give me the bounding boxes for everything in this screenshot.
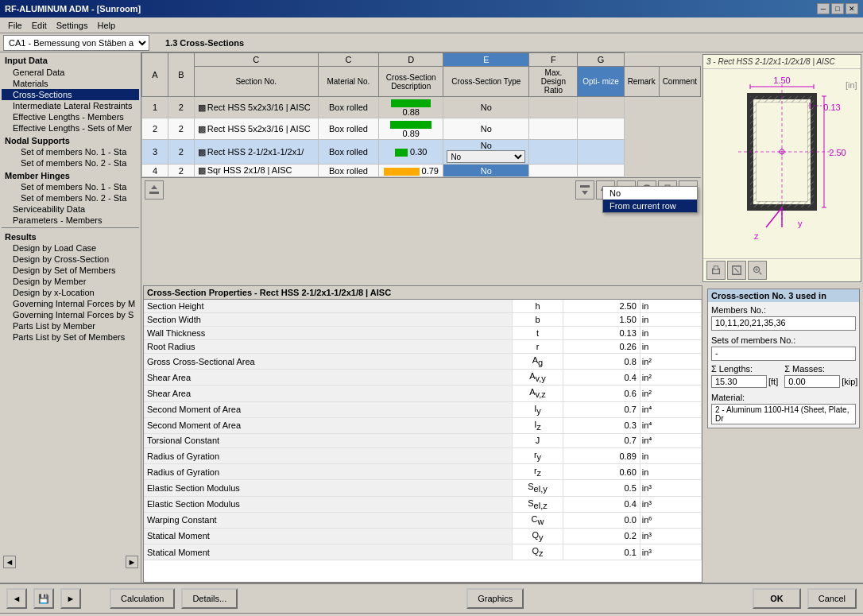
cell-description[interactable]: ▩Rect HSS 5x2x3/16 | AISC	[194, 97, 318, 118]
menu-help[interactable]: Help	[92, 19, 120, 32]
cancel-button[interactable]: Cancel	[807, 588, 857, 609]
maximize-button[interactable]: □	[831, 3, 844, 14]
sidebar-item-intermediate-lateral[interactable]: Intermediate Lateral Restraints	[2, 100, 139, 111]
cell-ratio: 0.89	[379, 118, 443, 140]
sidebar-item-parameters[interactable]: Parameters - Members	[2, 215, 139, 226]
sidebar-input-header: Input Data	[2, 54, 139, 67]
export-cross-section-button[interactable]	[575, 180, 594, 200]
sidebar-item-set-members-1[interactable]: Set of members No. 1 - Sta	[2, 146, 139, 157]
prop-symbol: b	[512, 313, 563, 327]
cell-remark[interactable]	[529, 118, 578, 140]
prop-name: Statical Moment	[144, 544, 512, 560]
optimize-option-from-current[interactable]: From current row	[603, 200, 697, 212]
sidebar-item-design-x-location[interactable]: Design by x-Location	[2, 287, 139, 298]
status-bar: Cross-section No. 3 - Rect HSS 2-1/2x1-1…	[0, 613, 863, 616]
nav-save-button[interactable]: 💾	[33, 588, 54, 609]
cell-description[interactable]: ▩Rect HSS 5x2x3/16 | AISC	[194, 118, 318, 140]
menu-settings[interactable]: Settings	[52, 19, 93, 32]
cs-print-button[interactable]	[706, 261, 726, 280]
cell-remark[interactable]	[529, 140, 578, 165]
menu-file[interactable]: File	[3, 19, 27, 32]
cell-optimize[interactable]: No	[443, 118, 529, 140]
table-row[interactable]: 3 2 ▩Rect HSS 2-1/2x1-1/2x1/ Box rolled …	[142, 140, 701, 165]
sidebar-item-effective-lengths-sets[interactable]: Effective Lengths - Sets of Mer	[2, 122, 139, 134]
prop-name: Root Radius	[144, 340, 512, 354]
sidebar-item-general-data[interactable]: General Data	[2, 67, 139, 78]
title-bar: RF-ALUMINUM ADM - [Sunroom] ─ □ ✕	[0, 0, 863, 17]
svg-rect-2	[580, 185, 590, 188]
sidebar-item-member-hinges-2[interactable]: Set of members No. 2 - Sta	[2, 192, 139, 203]
nav-next-button[interactable]: ►	[60, 588, 81, 609]
sidebar-scroll-right[interactable]: ►	[126, 556, 138, 568]
close-button[interactable]: ✕	[846, 3, 858, 14]
cell-description[interactable]: ▩Sqr HSS 2x1/8 | AISC	[194, 165, 318, 177]
sidebar-item-design-member[interactable]: Design by Member	[2, 276, 139, 287]
optimize-option-no[interactable]: No	[603, 187, 697, 200]
prop-unit: in²	[640, 385, 701, 401]
cell-ratio: 0.79	[379, 165, 443, 177]
masses-unit: [kip]	[842, 377, 857, 386]
minimize-button[interactable]: ─	[817, 3, 830, 14]
sidebar-item-parts-list-member[interactable]: Parts List by Member	[2, 320, 139, 331]
prop-name: Section Width	[144, 313, 512, 327]
svg-text:0.13: 0.13	[823, 103, 840, 112]
sidebar-item-design-load-case[interactable]: Design by Load Case	[2, 242, 139, 254]
prop-name: Shear Area	[144, 370, 512, 385]
nav-prev-button[interactable]: ◄	[6, 588, 27, 609]
prop-row: Section Height h 2.50 in	[144, 300, 702, 313]
graphics-button[interactable]: Graphics	[466, 588, 524, 609]
cs-reset-button[interactable]	[727, 261, 746, 280]
sidebar-item-governing-internal-m[interactable]: Governing Internal Forces by M	[2, 298, 139, 309]
cell-optimize[interactable]: No	[443, 97, 529, 118]
sidebar-item-cross-sections[interactable]: Cross-Sections	[2, 89, 139, 100]
sidebar-item-member-hinges-1[interactable]: Set of members No. 1 - Sta	[2, 181, 139, 192]
table-row[interactable]: 1 2 ▩Rect HSS 5x2x3/16 | AISC Box rolled…	[142, 97, 701, 118]
prop-row: Section Width b 1.50 in	[144, 313, 702, 327]
cell-comment[interactable]	[578, 97, 624, 118]
sidebar-item-governing-internal-s[interactable]: Governing Internal Forces by S	[2, 309, 139, 320]
sidebar-item-set-members-2[interactable]: Set of members No. 2 - Sta	[2, 157, 139, 169]
col-subheader-optimize: Opti- mize	[578, 67, 624, 97]
menu-edit[interactable]: Edit	[27, 19, 52, 32]
cell-type: Box rolled	[318, 118, 378, 140]
prop-symbol: Av,y	[512, 370, 563, 385]
col-subheader-ratio: Max. Design Ratio	[529, 67, 578, 97]
cell-optimize[interactable]: No No From current row	[443, 140, 529, 165]
calculation-button[interactable]: Calculation	[110, 588, 175, 609]
ok-button[interactable]: OK	[753, 588, 801, 609]
svg-line-46	[760, 273, 762, 275]
prop-value: 0.13	[563, 327, 640, 340]
table-row[interactable]: 2 2 ▩Rect HSS 5x2x3/16 | AISC Box rolled…	[142, 118, 701, 140]
sidebar-item-parts-list-sets[interactable]: Parts List by Set of Members	[2, 331, 139, 343]
prop-row: Root Radius r 0.26 in	[144, 340, 702, 354]
cell-comment[interactable]	[578, 118, 624, 140]
lengths-label: Σ Lengths:	[711, 364, 778, 374]
sidebar-item-serviceability[interactable]: Serviceability Data	[2, 203, 139, 215]
svg-marker-1	[151, 185, 157, 189]
cell-comment[interactable]	[578, 165, 624, 177]
prop-row: Second Moment of Area Iy 0.7 in⁴	[144, 401, 702, 417]
case-selector[interactable]: CA1 - Bemessung von Stäben a	[3, 35, 149, 51]
sidebar-item-design-cross-section[interactable]: Design by Cross-Section	[2, 254, 139, 265]
details-button[interactable]: Details...	[181, 588, 238, 609]
import-button[interactable]	[145, 180, 164, 200]
cell-description[interactable]: ▩Rect HSS 2-1/2x1-1/2x1/	[194, 140, 318, 165]
cell-remark[interactable]	[529, 97, 578, 118]
cell-type: Box rolled	[318, 165, 378, 177]
sidebar-item-effective-lengths-members[interactable]: Effective Lengths - Members	[2, 111, 139, 122]
cs-zoom-button[interactable]	[748, 261, 767, 280]
sidebar-scroll-left[interactable]: ◄	[3, 556, 16, 568]
cell-section-no: 3	[142, 140, 168, 165]
svg-text:1.50: 1.50	[773, 76, 790, 85]
prop-unit: in	[640, 327, 701, 340]
optimize-dropdown[interactable]: No From current row	[447, 150, 525, 163]
prop-symbol: Sel,y	[512, 480, 563, 496]
table-row[interactable]: 4 2 ▩Sqr HSS 2x1/8 | AISC Box rolled 0.7…	[142, 165, 701, 177]
sets-value: -	[711, 347, 856, 361]
svg-text:2.50: 2.50	[829, 148, 846, 157]
cell-optimize[interactable]: No	[443, 165, 529, 177]
cell-comment[interactable]	[578, 140, 624, 165]
cell-remark[interactable]	[529, 165, 578, 177]
sidebar-item-design-set-members[interactable]: Design by Set of Members	[2, 265, 139, 276]
sidebar-item-materials[interactable]: Materials	[2, 78, 139, 89]
